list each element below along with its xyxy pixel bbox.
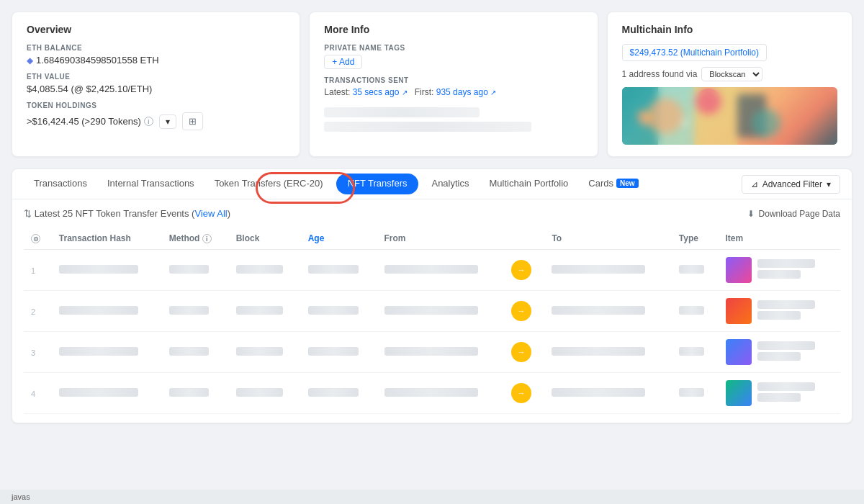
- from-4[interactable]: [384, 388, 478, 397]
- table-row: 4 →: [24, 373, 840, 414]
- nft-text-3: [757, 341, 815, 363]
- to-1[interactable]: [552, 265, 645, 274]
- nft-thumbnail-1: [726, 257, 752, 283]
- blurred-info-2: [324, 122, 531, 132]
- method-info-icon[interactable]: i: [202, 234, 212, 243]
- table-subtitle: ⇅ Latest 25 NFT Token Transfer Events (V…: [24, 208, 230, 219]
- filter-icon: ⊿: [751, 179, 758, 189]
- latest-time[interactable]: 35 secs ago: [353, 87, 400, 97]
- transfer-arrow-4: →: [511, 383, 531, 403]
- view-all-link[interactable]: View All: [194, 208, 227, 219]
- nft-banner-overlay: [622, 87, 837, 145]
- tabs-right: ⊿ Advanced Filter ▾: [742, 175, 840, 194]
- nft-banner: 🎨 ✦: [622, 87, 837, 145]
- nft-item-2: [726, 298, 833, 324]
- block-4: [236, 388, 283, 397]
- to-3[interactable]: [552, 347, 645, 356]
- blockscan-select[interactable]: Blockscan: [701, 67, 762, 81]
- type-3: [679, 347, 704, 356]
- type-4: [679, 388, 704, 397]
- overview-title: Overview: [27, 24, 285, 35]
- tx-hash-3[interactable]: [59, 347, 138, 356]
- transactions-sent-label: TRANSACTIONS SENT: [324, 76, 582, 84]
- table-row: 1 →: [24, 250, 840, 291]
- copy-icon: ⊞: [189, 116, 197, 127]
- nft-item-4: [726, 380, 833, 406]
- tab-cards[interactable]: Cards New: [578, 169, 648, 199]
- eth-balance-label: ETH BALANCE: [27, 44, 285, 52]
- tab-transactions[interactable]: Transactions: [24, 169, 97, 199]
- download-icon: ⬇: [747, 209, 755, 219]
- method-3: [169, 347, 209, 356]
- private-tags-label: PRIVATE NAME TAGS: [324, 44, 582, 52]
- tab-nft-transfers[interactable]: NFT Transfers: [336, 174, 419, 194]
- transfer-arrow-1: →: [511, 260, 531, 280]
- first-time[interactable]: 935 days ago: [436, 87, 488, 97]
- token-holdings-value: >$16,424.45 (>290 Tokens) i: [27, 116, 153, 127]
- eth-value-label: ETH VALUE: [27, 73, 285, 81]
- multichain-title: Multichain Info: [622, 24, 837, 35]
- age-1: [308, 265, 359, 274]
- tx-hash-1[interactable]: [59, 265, 138, 274]
- tx-hash-2[interactable]: [59, 306, 138, 315]
- col-from: From: [377, 228, 504, 250]
- nft-text-2: [757, 300, 815, 322]
- sort-icon: ⇅: [24, 208, 32, 219]
- table-row: 2 →: [24, 291, 840, 332]
- age-2: [308, 306, 359, 315]
- nft-thumbnail-3: [726, 339, 752, 365]
- portfolio-badge[interactable]: $249,473.52 (Multichain Portfolio): [622, 44, 767, 61]
- from-2[interactable]: [384, 306, 478, 315]
- tabs-row: Transactions Internal Transactions Token…: [12, 169, 852, 199]
- nft-text-1: [757, 259, 815, 281]
- from-1[interactable]: [384, 265, 478, 274]
- col-item: Item: [719, 228, 840, 250]
- tx-hash-4[interactable]: [59, 388, 138, 397]
- transactions-sent-value: Latest: 35 secs ago ↗ First: 935 days ag…: [324, 87, 582, 97]
- copy-button[interactable]: ⊞: [182, 112, 203, 130]
- method-2: [169, 306, 209, 315]
- eth-value: $4,085.54 (@ $2,425.10/ETH): [27, 84, 285, 94]
- from-3[interactable]: [384, 347, 478, 356]
- nft-thumbnail-4: [726, 380, 752, 406]
- row-num-1: 1: [31, 266, 35, 275]
- type-2: [679, 306, 704, 315]
- cards-row: Overview ETH BALANCE ◆ 1.684690384598501…: [12, 12, 852, 157]
- latest-arrow-icon: ↗: [402, 89, 408, 96]
- method-4: [169, 388, 209, 397]
- col-tx-hash: Transaction Hash: [52, 228, 162, 250]
- advanced-filter-button[interactable]: ⊿ Advanced Filter ▾: [742, 175, 840, 194]
- table-header: ⊙ Transaction Hash Method i Block Age Fr…: [24, 228, 840, 250]
- blurred-info-1: [324, 107, 480, 117]
- to-2[interactable]: [552, 306, 645, 315]
- block-2: [236, 306, 283, 315]
- transfer-arrow-3: →: [511, 342, 531, 362]
- row-num-3: 3: [31, 348, 35, 357]
- tabs-section: Transactions Internal Transactions Token…: [12, 168, 852, 423]
- download-button[interactable]: ⬇ Download Page Data: [747, 209, 840, 219]
- tab-multichain-portfolio[interactable]: Multichain Portfolio: [480, 169, 579, 199]
- block-3: [236, 347, 283, 356]
- nft-transfers-table: ⊙ Transaction Hash Method i Block Age Fr…: [24, 228, 840, 414]
- cards-new-badge: New: [616, 179, 639, 188]
- token-holdings-label: TOKEN HOLDINGS: [27, 102, 285, 109]
- col-type: Type: [672, 228, 719, 250]
- tab-token-transfers[interactable]: Token Transfers (ERC-20): [204, 169, 333, 199]
- tab-analytics[interactable]: Analytics: [421, 169, 479, 199]
- more-info-card: More Info PRIVATE NAME TAGS + Add TRANSA…: [309, 12, 598, 157]
- block-1: [236, 265, 283, 274]
- eth-diamond-icon: ◆: [27, 55, 33, 66]
- address-found-row: 1 address found via Blockscan: [622, 67, 837, 81]
- to-4[interactable]: [552, 388, 645, 397]
- table-section: ⇅ Latest 25 NFT Token Transfer Events (V…: [12, 199, 852, 423]
- col-age[interactable]: Age: [301, 228, 377, 250]
- bottom-bar: javas: [0, 490, 864, 504]
- token-info-icon[interactable]: i: [144, 117, 153, 126]
- col-method: Method i: [162, 228, 229, 250]
- tab-internal-transactions[interactable]: Internal Transactions: [97, 169, 204, 199]
- token-dropdown-button[interactable]: ▾: [159, 114, 176, 129]
- chevron-down-icon: ▾: [827, 179, 831, 189]
- col-info-icon[interactable]: ⊙: [31, 234, 40, 243]
- transfer-arrow-2: →: [511, 301, 531, 321]
- add-tag-button[interactable]: + Add: [324, 55, 362, 69]
